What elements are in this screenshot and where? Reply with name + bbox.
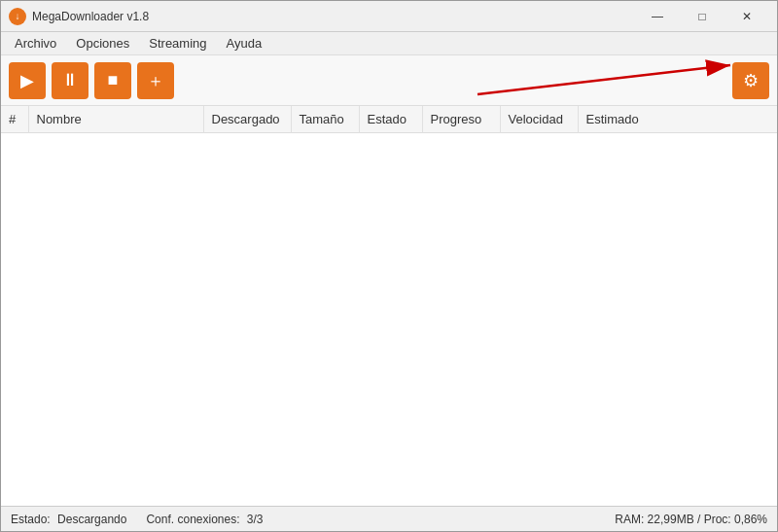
menu-bar: Archivo Opciones Streaming Ayuda [1,32,777,55]
add-icon: ＋ [147,69,164,92]
conf-text: Conf. conexiones: 3/3 [146,513,263,526]
col-header-estimated: Estimado [578,106,777,133]
conf-value: 3/3 [247,513,264,526]
window-controls: — □ ✕ [635,1,769,32]
stop-icon: ■ [108,70,119,90]
col-header-progress: Progreso [422,106,500,133]
play-button[interactable]: ▶ [9,62,46,99]
col-header-downloaded: Descargado [203,106,291,133]
close-button[interactable]: ✕ [725,1,769,32]
menu-archivo[interactable]: Archivo [5,34,66,53]
stop-button[interactable]: ■ [94,62,131,99]
conf-label: Conf. conexiones: [146,513,239,526]
pause-icon: ⏸ [61,70,79,90]
estado-text: Estado: Descargando [11,513,126,526]
table-header-row: # Nombre Descargado Tamaño Estado Progre… [1,106,777,133]
svg-line-1 [477,65,730,94]
toolbar: ▶ ⏸ ■ ＋ ⚙ [1,55,777,106]
col-header-num: # [1,106,28,133]
app-icon [9,8,26,25]
add-button[interactable]: ＋ [137,62,174,99]
title-bar: MegaDownloader v1.8 — □ ✕ [1,1,777,32]
play-icon: ▶ [20,70,34,91]
download-table-container: # Nombre Descargado Tamaño Estado Progre… [1,106,777,506]
status-right: RAM: 22,99MB / Proc: 0,86% [615,513,767,526]
minimize-button[interactable]: — [635,1,680,32]
settings-button[interactable]: ⚙ [732,62,769,99]
status-left: Estado: Descargando Conf. conexiones: 3/… [11,513,264,526]
download-table: # Nombre Descargado Tamaño Estado Progre… [1,106,777,133]
menu-streaming[interactable]: Streaming [139,34,216,53]
main-window: MegaDownloader v1.8 — □ ✕ Archivo Opcion… [0,0,778,532]
menu-opciones[interactable]: Opciones [66,34,139,53]
estado-value: Descargando [57,513,126,526]
menu-ayuda[interactable]: Ayuda [217,34,272,53]
pause-button[interactable]: ⏸ [52,62,88,99]
status-bar: Estado: Descargando Conf. conexiones: 3/… [1,506,777,531]
window-title: MegaDownloader v1.8 [32,10,635,23]
settings-icon: ⚙ [743,70,759,91]
maximize-button[interactable]: □ [680,1,725,32]
col-header-status: Estado [359,106,422,133]
col-header-size: Tamaño [291,106,359,133]
col-header-name: Nombre [28,106,203,133]
col-header-speed: Velocidad [500,106,578,133]
ram-text: RAM: 22,99MB / Proc: 0,86% [615,513,767,526]
estado-label: Estado: [11,513,51,526]
